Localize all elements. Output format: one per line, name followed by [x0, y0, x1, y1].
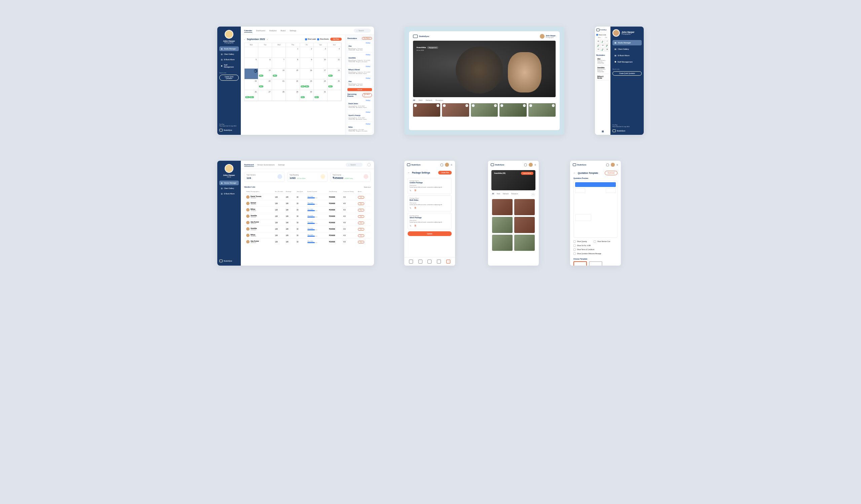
edit-icon[interactable]: ✎	[410, 189, 412, 192]
calendar-cell[interactable]: 24	[314, 79, 328, 90]
calendar-cell[interactable]	[258, 47, 272, 58]
create-quotation-button[interactable]: Create Quick Quotation	[219, 75, 239, 81]
calendar-cell[interactable]: 1	[286, 47, 300, 58]
tab-reception[interactable]: Reception	[511, 193, 518, 196]
reminder-item[interactable]: Ayush & AnanyaWeddingUpcoming Event · 15…	[347, 110, 372, 121]
thumbnail[interactable]	[514, 235, 535, 251]
option-checkbox[interactable]: Show Quotation Welcome Message	[573, 252, 617, 255]
favorite-icon[interactable]: ♡	[414, 104, 417, 107]
tab-haldi[interactable]: Haldi	[497, 193, 500, 196]
option-checkbox[interactable]: Show Gst No. In Bill	[573, 244, 617, 247]
view-button[interactable]: View	[358, 228, 365, 230]
reminder-item[interactable]: NithinWeddingUpcoming Event · 7 Oct 2023…	[347, 122, 372, 133]
reminder-item[interactable]: AvanthikaWeddingUpcoming Event · 19 Oct …	[347, 134, 372, 135]
avatar[interactable]	[225, 164, 233, 173]
nav-studio-manager[interactable]: ▦Studio Manager	[219, 46, 239, 51]
calendar-cell[interactable]: 14Alex	[272, 69, 286, 79]
update-button[interactable]: Update	[408, 231, 452, 236]
thumbnail[interactable]	[492, 235, 512, 251]
edit-icon[interactable]: ✎	[410, 207, 412, 209]
search-button[interactable]	[606, 164, 609, 166]
tab-calendar[interactable]: Calendar	[244, 29, 252, 33]
nav-client-gallery[interactable]: ▤Client Gallery	[613, 46, 642, 52]
thumbnail[interactable]: ♡⋯	[413, 103, 440, 117]
calendar-cell[interactable]: 9	[300, 58, 314, 69]
more-icon[interactable]: ⋯	[552, 104, 555, 107]
option-checkbox[interactable]: Show Terms & Conditions	[573, 249, 617, 251]
thumbnail[interactable]	[492, 217, 512, 233]
avatar[interactable]	[225, 30, 233, 39]
back-button[interactable]: ←	[573, 172, 576, 174]
tab-mehandi[interactable]: Mehandi	[503, 193, 508, 196]
calendar-cell[interactable]: 27	[258, 90, 272, 101]
calendar-cell[interactable]: 2	[300, 47, 314, 58]
calendar-cell[interactable]	[245, 47, 258, 58]
nav-staff-management[interactable]: ⚉Staff Management	[219, 62, 239, 69]
calendar-cell[interactable]: 21	[272, 79, 286, 90]
tab-board[interactable]: Board	[281, 29, 286, 32]
view-all-reminders-button[interactable]: View All	[347, 88, 372, 91]
hero-image[interactable]: AvanthikaEngagement 16 Jun 2023	[413, 41, 556, 97]
download-button[interactable]: Download	[605, 171, 617, 175]
tab-all[interactable]: All	[492, 193, 494, 196]
view-button[interactable]: View	[358, 202, 365, 205]
calendar-cell[interactable]: 17	[314, 69, 328, 79]
avatar[interactable]	[611, 163, 615, 167]
nav-client-gallery[interactable]: ▤Client Gallery	[219, 186, 239, 191]
thumbnail[interactable]: ♡⋯	[442, 103, 469, 117]
reminder-item[interactable]: AvanthikaMissed Enquiry · Follow Up99345…	[596, 66, 609, 74]
upload-media-button[interactable]: Upload Media	[521, 172, 533, 175]
mini-cal-cell[interactable]: 20	[605, 44, 609, 47]
calendar-cell[interactable]: 10	[314, 58, 328, 69]
calendar-cell[interactable]: 20Alex	[258, 79, 272, 90]
nav-studio-manager[interactable]: ▦Studio Manager	[613, 40, 642, 45]
more-icon[interactable]: ⋯	[523, 104, 526, 107]
delete-icon[interactable]: 🗑	[414, 189, 417, 192]
nav-client-gallery[interactable]: ▤Client Gallery	[219, 52, 239, 56]
tab-all[interactable]: All	[413, 99, 415, 101]
reminder-item[interactable]: Daniel JamesWeddingUpcoming Event · 15 O…	[347, 99, 372, 109]
nav-ebook-album[interactable]: ▤E-Book Album	[613, 53, 642, 58]
mini-cal-cell[interactable]: 13	[596, 44, 600, 47]
tab-subscriptions[interactable]: Vendor Subscriptions	[257, 163, 275, 166]
thumbnail[interactable]: ♡⋯	[500, 103, 527, 117]
nav-vendor-manager[interactable]: ▦Vendor Manager	[219, 181, 239, 185]
edit-icon[interactable]: ✎	[410, 225, 412, 227]
reminder-item[interactable]: AlexWeddingMissed Enquiry · Tomorrow9934…	[347, 41, 372, 52]
reminder-item[interactable]: Nithya & Nirmal	[596, 75, 609, 80]
mini-cal-cell[interactable]: 27	[601, 48, 605, 52]
nav-grid-icon[interactable]	[419, 260, 422, 264]
reminder-item[interactable]: Nithya & NirmalWeddingMissed Enquiry · F…	[347, 65, 372, 75]
search-input[interactable]: ⌕Search	[346, 163, 363, 167]
tab-analytics[interactable]: Analytics	[269, 29, 276, 32]
calendar-cell[interactable]: 30Alex	[300, 90, 314, 101]
calendar-cell[interactable]: 3	[314, 47, 328, 58]
calendar-cell[interactable]: 19	[245, 79, 258, 90]
view-button[interactable]: View	[358, 215, 365, 218]
option-checkbox[interactable]: Show Service Cost	[593, 240, 610, 243]
nav-ebook-album[interactable]: ▤E-Book Album	[219, 57, 239, 62]
menu-button[interactable]: ≡	[451, 164, 452, 166]
calendar-cell[interactable]: 13Alex	[258, 69, 272, 79]
view-button[interactable]: View	[358, 209, 365, 211]
calendar-cell[interactable]: 16	[300, 69, 314, 79]
upcoming-filter[interactable]: This Week ▾	[362, 93, 372, 97]
user-chip[interactable]: John HarperPhotographer	[613, 29, 642, 37]
thumbnail[interactable]	[492, 199, 512, 215]
menu-button[interactable]: ≡	[534, 164, 536, 166]
calendar-cell[interactable]: 6	[258, 58, 272, 69]
delete-icon[interactable]: 🗑	[414, 207, 417, 209]
thumbnail[interactable]: ♡⋯	[528, 103, 556, 117]
next-month-button[interactable]: ›	[267, 38, 268, 40]
calendar-icon[interactable]: ▦	[596, 130, 609, 133]
tab-reception[interactable]: Reception	[436, 99, 443, 101]
thumbnail[interactable]	[514, 217, 535, 233]
thumbnail[interactable]: ♡⋯	[471, 103, 498, 117]
option-checkbox[interactable]: Show Quantity	[573, 240, 587, 243]
calendar-cell[interactable]: 8	[286, 58, 300, 69]
search-button[interactable]	[440, 164, 443, 166]
calendar-cell[interactable]: 5	[245, 58, 258, 69]
menu-button[interactable]: ≡	[616, 164, 618, 166]
calendar-cell[interactable]	[328, 90, 341, 101]
thumbnail[interactable]	[514, 199, 535, 215]
